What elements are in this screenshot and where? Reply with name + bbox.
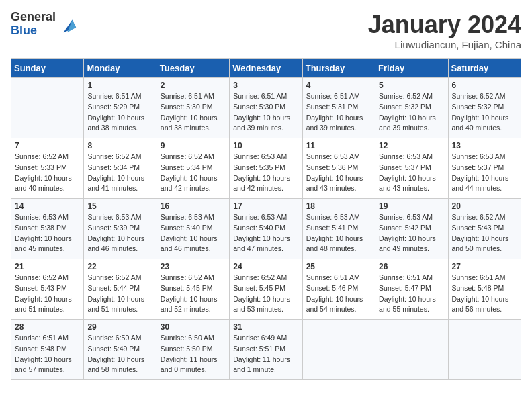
day-info: Sunrise: 6:51 AM Sunset: 5:29 PM Dayligh… — [87, 91, 152, 134]
calendar-header: SundayMondayTuesdayWednesdayThursdayFrid… — [11, 59, 521, 78]
day-number: 18 — [306, 201, 371, 211]
header-cell-thursday: Thursday — [302, 59, 375, 78]
calendar-cell: 24Sunrise: 6:52 AM Sunset: 5:45 PM Dayli… — [230, 259, 302, 320]
calendar-cell: 19Sunrise: 6:53 AM Sunset: 5:42 PM Dayli… — [375, 199, 448, 259]
calendar-cell: 15Sunrise: 6:53 AM Sunset: 5:39 PM Dayli… — [84, 199, 157, 259]
day-info: Sunrise: 6:51 AM Sunset: 5:31 PM Dayligh… — [306, 91, 371, 134]
logo-general: General — [11, 11, 56, 24]
calendar-cell: 13Sunrise: 6:53 AM Sunset: 5:37 PM Dayli… — [448, 138, 521, 199]
calendar-cell — [448, 320, 521, 380]
day-info: Sunrise: 6:53 AM Sunset: 5:42 PM Dayligh… — [379, 212, 444, 255]
day-info: Sunrise: 6:52 AM Sunset: 5:34 PM Dayligh… — [87, 152, 152, 194]
day-info: Sunrise: 6:51 AM Sunset: 5:48 PM Dayligh… — [15, 333, 80, 375]
day-number: 7 — [15, 141, 80, 150]
calendar-week-3: 14Sunrise: 6:53 AM Sunset: 5:38 PM Dayli… — [11, 199, 521, 259]
day-info: Sunrise: 6:53 AM Sunset: 5:39 PM Dayligh… — [87, 212, 152, 255]
calendar-week-1: 1Sunrise: 6:51 AM Sunset: 5:29 PM Daylig… — [11, 78, 521, 138]
day-number: 10 — [233, 141, 298, 150]
day-info: Sunrise: 6:52 AM Sunset: 5:32 PM Dayligh… — [452, 91, 517, 134]
calendar-cell: 3Sunrise: 6:51 AM Sunset: 5:30 PM Daylig… — [230, 78, 302, 138]
calendar-cell: 25Sunrise: 6:51 AM Sunset: 5:46 PM Dayli… — [302, 259, 375, 320]
day-info: Sunrise: 6:53 AM Sunset: 5:41 PM Dayligh… — [306, 212, 371, 255]
day-number: 9 — [161, 141, 226, 150]
header-cell-friday: Friday — [375, 59, 448, 78]
calendar-cell: 4Sunrise: 6:51 AM Sunset: 5:31 PM Daylig… — [302, 78, 375, 138]
day-info: Sunrise: 6:51 AM Sunset: 5:48 PM Dayligh… — [452, 273, 517, 315]
calendar-week-5: 28Sunrise: 6:51 AM Sunset: 5:48 PM Dayli… — [11, 320, 521, 380]
day-info: Sunrise: 6:51 AM Sunset: 5:30 PM Dayligh… — [233, 91, 298, 134]
day-info: Sunrise: 6:53 AM Sunset: 5:37 PM Dayligh… — [379, 152, 444, 194]
calendar-cell: 29Sunrise: 6:50 AM Sunset: 5:49 PM Dayli… — [84, 320, 157, 380]
day-number: 3 — [233, 81, 298, 90]
calendar-cell: 23Sunrise: 6:52 AM Sunset: 5:45 PM Dayli… — [157, 259, 229, 320]
day-info: Sunrise: 6:52 AM Sunset: 5:34 PM Dayligh… — [161, 152, 226, 194]
day-number: 21 — [15, 262, 80, 271]
logo-blue: Blue — [11, 24, 56, 38]
day-number: 13 — [452, 141, 517, 150]
day-info: Sunrise: 6:52 AM Sunset: 5:43 PM Dayligh… — [452, 212, 517, 255]
header-cell-tuesday: Tuesday — [157, 59, 229, 78]
calendar-cell: 20Sunrise: 6:52 AM Sunset: 5:43 PM Dayli… — [448, 199, 521, 259]
calendar-cell: 12Sunrise: 6:53 AM Sunset: 5:37 PM Dayli… — [375, 138, 448, 199]
day-info: Sunrise: 6:52 AM Sunset: 5:43 PM Dayligh… — [15, 273, 80, 315]
day-number: 12 — [379, 141, 444, 150]
day-info: Sunrise: 6:50 AM Sunset: 5:49 PM Dayligh… — [87, 333, 152, 375]
day-info: Sunrise: 6:52 AM Sunset: 5:45 PM Dayligh… — [161, 273, 226, 315]
calendar-cell: 17Sunrise: 6:53 AM Sunset: 5:40 PM Dayli… — [230, 199, 302, 259]
day-info: Sunrise: 6:51 AM Sunset: 5:30 PM Dayligh… — [161, 91, 226, 134]
day-number: 25 — [306, 262, 371, 271]
calendar-table: SundayMondayTuesdayWednesdayThursdayFrid… — [11, 58, 521, 380]
day-number: 15 — [87, 201, 152, 211]
calendar-cell: 27Sunrise: 6:51 AM Sunset: 5:48 PM Dayli… — [448, 259, 521, 320]
day-number: 23 — [161, 262, 226, 271]
calendar-cell: 22Sunrise: 6:52 AM Sunset: 5:44 PM Dayli… — [84, 259, 157, 320]
logo: General Blue — [11, 11, 77, 38]
calendar-cell: 5Sunrise: 6:52 AM Sunset: 5:32 PM Daylig… — [375, 78, 448, 138]
day-info: Sunrise: 6:51 AM Sunset: 5:46 PM Dayligh… — [306, 273, 371, 315]
day-info: Sunrise: 6:52 AM Sunset: 5:33 PM Dayligh… — [15, 152, 80, 194]
calendar-cell: 31Sunrise: 6:49 AM Sunset: 5:51 PM Dayli… — [230, 320, 302, 380]
day-number: 4 — [306, 81, 371, 90]
day-info: Sunrise: 6:52 AM Sunset: 5:44 PM Dayligh… — [87, 273, 152, 315]
day-number: 30 — [161, 322, 226, 332]
day-info: Sunrise: 6:51 AM Sunset: 5:47 PM Dayligh… — [379, 273, 444, 315]
calendar-cell — [375, 320, 448, 380]
day-number: 8 — [87, 141, 152, 150]
header-cell-sunday: Sunday — [11, 59, 84, 78]
calendar-cell: 16Sunrise: 6:53 AM Sunset: 5:40 PM Dayli… — [157, 199, 229, 259]
day-number: 14 — [15, 201, 80, 211]
month-title: January 2024 — [368, 11, 521, 39]
calendar-cell: 30Sunrise: 6:50 AM Sunset: 5:50 PM Dayli… — [157, 320, 229, 380]
calendar-week-4: 21Sunrise: 6:52 AM Sunset: 5:43 PM Dayli… — [11, 259, 521, 320]
header: General Blue January 2024 Liuwudiancun, … — [11, 11, 521, 50]
calendar-cell: 18Sunrise: 6:53 AM Sunset: 5:41 PM Dayli… — [302, 199, 375, 259]
day-number: 11 — [306, 141, 371, 150]
day-info: Sunrise: 6:52 AM Sunset: 5:32 PM Dayligh… — [379, 91, 444, 134]
calendar-cell — [11, 78, 84, 138]
header-cell-wednesday: Wednesday — [230, 59, 302, 78]
day-number: 26 — [379, 262, 444, 271]
calendar-cell: 1Sunrise: 6:51 AM Sunset: 5:29 PM Daylig… — [84, 78, 157, 138]
header-cell-saturday: Saturday — [448, 59, 521, 78]
calendar-cell: 26Sunrise: 6:51 AM Sunset: 5:47 PM Dayli… — [375, 259, 448, 320]
location: Liuwudiancun, Fujian, China — [368, 39, 521, 50]
day-number: 2 — [161, 81, 226, 90]
calendar-cell: 7Sunrise: 6:52 AM Sunset: 5:33 PM Daylig… — [11, 138, 84, 199]
day-number: 31 — [233, 322, 298, 332]
calendar-cell: 8Sunrise: 6:52 AM Sunset: 5:34 PM Daylig… — [84, 138, 157, 199]
logo-icon — [58, 15, 77, 34]
day-info: Sunrise: 6:53 AM Sunset: 5:35 PM Dayligh… — [233, 152, 298, 194]
day-number: 17 — [233, 201, 298, 211]
calendar-cell: 9Sunrise: 6:52 AM Sunset: 5:34 PM Daylig… — [157, 138, 229, 199]
calendar-cell — [302, 320, 375, 380]
day-number: 20 — [452, 201, 517, 211]
calendar-cell: 6Sunrise: 6:52 AM Sunset: 5:32 PM Daylig… — [448, 78, 521, 138]
day-number: 19 — [379, 201, 444, 211]
calendar-cell: 2Sunrise: 6:51 AM Sunset: 5:30 PM Daylig… — [157, 78, 229, 138]
day-info: Sunrise: 6:53 AM Sunset: 5:40 PM Dayligh… — [161, 212, 226, 255]
day-info: Sunrise: 6:53 AM Sunset: 5:36 PM Dayligh… — [306, 152, 371, 194]
day-number: 5 — [379, 81, 444, 90]
day-number: 24 — [233, 262, 298, 271]
day-number: 29 — [87, 322, 152, 332]
day-info: Sunrise: 6:53 AM Sunset: 5:38 PM Dayligh… — [15, 212, 80, 255]
